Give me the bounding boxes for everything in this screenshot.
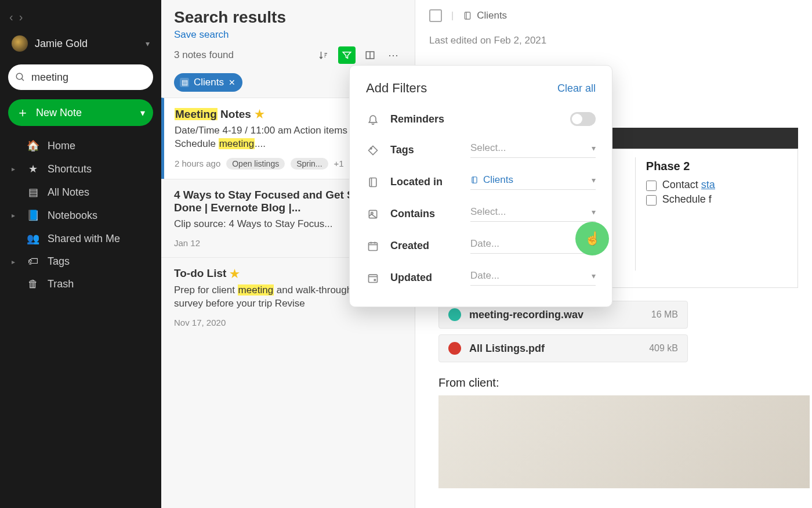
pdf-file-icon bbox=[448, 342, 461, 355]
view-toggle-button[interactable] bbox=[361, 46, 379, 64]
new-note-label: New Note bbox=[36, 107, 82, 119]
back-icon[interactable]: ‹ bbox=[9, 10, 13, 24]
people-icon: 👥 bbox=[27, 232, 39, 245]
embedded-image bbox=[438, 395, 810, 488]
chevron-down-icon: ▾ bbox=[146, 39, 150, 48]
checkbox[interactable] bbox=[646, 181, 657, 191]
detail-top-bar: | Clients bbox=[415, 0, 812, 31]
updated-select[interactable]: Date... ▾ bbox=[470, 270, 596, 286]
chevron-down-icon: ▾ bbox=[592, 271, 596, 280]
popover-title: Add Filters bbox=[366, 81, 427, 96]
checklist-item[interactable]: Schedule f bbox=[646, 193, 787, 206]
global-search[interactable]: ✕ bbox=[8, 64, 153, 90]
contains-icon bbox=[366, 208, 380, 220]
more-button[interactable]: ⋯ bbox=[385, 46, 402, 64]
chevron-down-icon: ▾ bbox=[592, 175, 596, 185]
contains-select[interactable]: Select... ▾ bbox=[470, 206, 596, 222]
note-time: Jan 12 bbox=[174, 238, 200, 248]
attachment-size: 409 kB bbox=[649, 343, 678, 354]
chevron-down-icon: ▾ bbox=[592, 207, 596, 217]
attachment-name: meeting-recording.wav bbox=[469, 309, 583, 321]
notebook-icon bbox=[366, 176, 380, 188]
sort-button[interactable] bbox=[315, 46, 332, 64]
plus-icon: ＋ bbox=[16, 104, 29, 121]
attachment-name: All Listings.pdf bbox=[469, 343, 545, 355]
attachment-size: 16 MB bbox=[651, 309, 678, 320]
note-time: Nov 17, 2020 bbox=[174, 318, 226, 327]
chevron-down-icon[interactable]: ▾ bbox=[140, 107, 145, 118]
reminders-toggle[interactable] bbox=[570, 112, 596, 126]
tag-chip[interactable]: Open listings bbox=[226, 158, 285, 170]
svg-rect-13 bbox=[369, 243, 378, 250]
notebook-icon bbox=[470, 175, 478, 185]
nav-shared[interactable]: 👥Shared with Me bbox=[6, 228, 155, 249]
filter-button[interactable] bbox=[338, 46, 356, 64]
calendar-edit-icon bbox=[366, 272, 380, 284]
clear-all-link[interactable]: Clear all bbox=[557, 82, 596, 95]
tag-icon bbox=[366, 145, 380, 156]
nav-notebooks[interactable]: ▸📘Notebooks bbox=[6, 205, 155, 226]
expand-icon[interactable] bbox=[429, 9, 442, 22]
svg-rect-9 bbox=[472, 177, 477, 183]
chevron-down-icon: ▾ bbox=[592, 143, 596, 153]
phase-title: Phase 2 bbox=[646, 160, 787, 173]
svg-line-1 bbox=[21, 78, 24, 81]
forward-icon[interactable]: › bbox=[19, 10, 23, 24]
home-icon: 🏠 bbox=[27, 139, 39, 152]
tag-more[interactable]: +1 bbox=[334, 158, 344, 168]
star-icon: ★ bbox=[230, 267, 240, 280]
sidebar: ‹ › Jamie Gold ▾ ✕ ＋ New Note ▾ 🏠Home ▸★… bbox=[0, 0, 161, 508]
checklist-item[interactable]: Contact sta bbox=[646, 179, 787, 191]
notebook-indicator[interactable]: Clients bbox=[463, 10, 507, 21]
list-toolbar: ⋯ bbox=[315, 46, 402, 64]
nav-tags[interactable]: ▸🏷Tags bbox=[6, 251, 155, 272]
nav-shortcuts[interactable]: ▸★Shortcuts bbox=[6, 158, 155, 179]
filter-row-reminders: Reminders bbox=[366, 104, 596, 134]
results-count: 3 notes found bbox=[174, 49, 234, 61]
audio-file-icon bbox=[448, 308, 461, 321]
tag-icon: 🏷 bbox=[27, 255, 39, 268]
svg-rect-17 bbox=[369, 275, 378, 282]
remove-chip-icon[interactable]: ✕ bbox=[229, 78, 235, 87]
checkbox[interactable] bbox=[646, 195, 657, 206]
notebook-icon bbox=[463, 10, 472, 21]
tag-chip[interactable]: Sprin... bbox=[291, 158, 328, 170]
svg-rect-4 bbox=[465, 12, 470, 19]
filter-row-updated: Updated Date... ▾ bbox=[366, 262, 596, 294]
bell-icon bbox=[366, 113, 380, 125]
account-menu[interactable]: Jamie Gold ▾ bbox=[6, 31, 155, 60]
located-in-select[interactable]: Clients ▾ bbox=[470, 174, 596, 190]
tags-select[interactable]: Select... ▾ bbox=[470, 142, 596, 158]
attachment-item[interactable]: All Listings.pdf 409 kB bbox=[438, 334, 688, 362]
note-time: 2 hours ago bbox=[175, 158, 220, 168]
filter-row-located-in: Located in Clients ▾ bbox=[366, 166, 596, 198]
nav-arrows: ‹ › bbox=[6, 5, 155, 27]
filter-row-tags: Tags Select... ▾ bbox=[366, 134, 596, 166]
filter-row-created: Created Date... ▾ bbox=[366, 230, 596, 262]
filter-row-contains: Contains Select... ▾ bbox=[366, 198, 596, 230]
note-icon: ▤ bbox=[27, 186, 39, 199]
cursor-highlight: ☝ bbox=[575, 222, 609, 255]
attachments: meeting-recording.wav 16 MB All Listings… bbox=[438, 301, 798, 362]
filter-chip-clients[interactable]: ▤ Clients ✕ bbox=[174, 73, 242, 92]
nav-home[interactable]: 🏠Home bbox=[6, 135, 155, 156]
star-icon: ★ bbox=[255, 107, 264, 121]
new-note-button[interactable]: ＋ New Note ▾ bbox=[8, 99, 153, 126]
svg-point-0 bbox=[16, 73, 23, 80]
list-title: Search results bbox=[174, 8, 402, 27]
calendar-icon bbox=[366, 240, 380, 252]
notebook-icon: 📘 bbox=[27, 209, 39, 222]
filters-popover: Add Filters Clear all Reminders Tags Sel… bbox=[349, 65, 612, 307]
svg-rect-7 bbox=[369, 178, 376, 186]
user-name: Jamie Gold bbox=[35, 38, 88, 50]
search-icon bbox=[15, 72, 26, 82]
nav-all-notes[interactable]: ▤All Notes bbox=[6, 182, 155, 203]
save-search-link[interactable]: Save search bbox=[174, 29, 229, 41]
notebook-icon: ▤ bbox=[180, 78, 189, 87]
nav-list: 🏠Home ▸★Shortcuts ▤All Notes ▸📘Notebooks… bbox=[6, 135, 155, 294]
search-input[interactable] bbox=[31, 71, 166, 84]
nav-trash[interactable]: 🗑Trash bbox=[6, 274, 155, 294]
star-icon: ★ bbox=[27, 163, 39, 175]
avatar bbox=[12, 35, 28, 52]
section-heading: From client: bbox=[438, 376, 798, 390]
